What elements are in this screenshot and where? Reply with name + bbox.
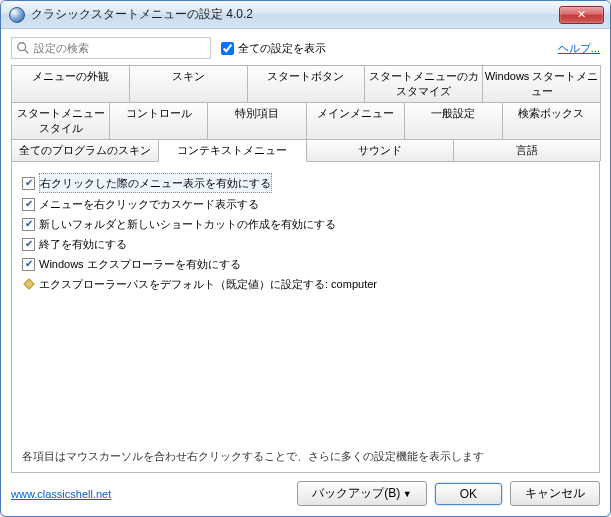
backup-button[interactable]: バックアップ(B) xyxy=(297,481,426,506)
checkbox-icon[interactable]: ✔ xyxy=(22,258,35,271)
help-link[interactable]: ヘルプ... xyxy=(558,41,600,56)
tab-customize[interactable]: スタートメニューのカスタマイズ xyxy=(364,65,483,102)
cancel-button[interactable]: キャンセル xyxy=(510,481,600,506)
svg-line-1 xyxy=(25,50,29,54)
search-row: 全ての設定を表示 ヘルプ... xyxy=(11,37,600,59)
tab-skin[interactable]: スキン xyxy=(129,65,248,102)
tab-menu-style[interactable]: スタートメニュースタイル xyxy=(11,102,110,139)
checkbox-icon[interactable]: ✔ xyxy=(22,238,35,251)
checkbox-icon[interactable]: ✔ xyxy=(22,198,35,211)
tree-label: エクスプローラーパスをデフォルト（既定値）に設定する: computer xyxy=(39,275,377,293)
show-all-checkbox-input[interactable] xyxy=(221,42,234,55)
tab-start-button[interactable]: スタートボタン xyxy=(247,65,366,102)
tab-sounds[interactable]: サウンド xyxy=(306,139,454,161)
tab-content: ✔ 右クリックした際のメニュー表示を有効にする ✔ メニューを右クリックでカスケ… xyxy=(11,162,600,473)
settings-window: クラシックスタートメニューの設定 4.0.2 ✕ 全ての設定を表示 ヘルプ...… xyxy=(0,0,611,517)
tab-all-program-skins[interactable]: 全てのプログラムのスキン xyxy=(11,139,159,161)
settings-tree: ✔ 右クリックした際のメニュー表示を有効にする ✔ メニューを右クリックでカスケ… xyxy=(22,172,589,294)
search-icon xyxy=(16,41,30,55)
tab-search-box[interactable]: 検索ボックス xyxy=(502,102,601,139)
client-area: 全ての設定を表示 ヘルプ... メニューの外観 スキン スタートボタン スタート… xyxy=(1,29,610,516)
tab-windows-start[interactable]: Windows スタートメニュー xyxy=(482,65,601,102)
close-button[interactable]: ✕ xyxy=(559,6,604,24)
tree-item-rightclick-menu[interactable]: ✔ 右クリックした際のメニュー表示を有効にする xyxy=(22,172,589,194)
tree-item-cascade[interactable]: ✔ メニューを右クリックでカスケード表示する xyxy=(22,194,589,214)
tree-label: メニューを右クリックでカスケード表示する xyxy=(39,195,259,213)
search-input[interactable] xyxy=(34,42,206,54)
tab-general[interactable]: 一般設定 xyxy=(404,102,503,139)
svg-point-0 xyxy=(18,43,26,51)
tab-context-menu[interactable]: コンテキストメニュー xyxy=(158,139,306,162)
tab-controls[interactable]: コントロール xyxy=(109,102,208,139)
footer: www.classicshell.net バックアップ(B) OK キャンセル xyxy=(11,481,600,506)
tree-item-newfolder[interactable]: ✔ 新しいフォルダと新しいショートカットの作成を有効にする xyxy=(22,214,589,234)
tab-row-3: 全てのプログラムのスキン コンテキストメニュー サウンド 言語 xyxy=(11,139,600,162)
app-icon xyxy=(9,7,25,23)
title-bar: クラシックスタートメニューの設定 4.0.2 ✕ xyxy=(1,1,610,29)
checkbox-icon[interactable]: ✔ xyxy=(22,218,35,231)
tree-label: 終了を有効にする xyxy=(39,235,127,253)
tree-label: 新しいフォルダと新しいショートカットの作成を有効にする xyxy=(39,215,336,233)
hint-text: 各項目はマウスカーソルを合わせ右クリックすることで、さらに多くの設定機能を表示し… xyxy=(22,449,589,464)
diamond-icon xyxy=(22,278,35,291)
show-all-label: 全ての設定を表示 xyxy=(238,41,326,56)
tab-row-2: スタートメニュースタイル コントロール 特別項目 メインメニュー 一般設定 検索… xyxy=(11,102,600,140)
tab-special[interactable]: 特別項目 xyxy=(207,102,306,139)
tab-menu-look[interactable]: メニューの外観 xyxy=(11,65,130,102)
checkbox-icon[interactable]: ✔ xyxy=(22,177,35,190)
tree-item-exit[interactable]: ✔ 終了を有効にする xyxy=(22,234,589,254)
show-all-checkbox[interactable]: 全ての設定を表示 xyxy=(221,41,326,56)
tree-item-explorer-path[interactable]: エクスプローラーパスをデフォルト（既定値）に設定する: computer xyxy=(22,274,589,294)
tab-row-1: メニューの外観 スキン スタートボタン スタートメニューのカスタマイズ Wind… xyxy=(11,65,600,103)
ok-button[interactable]: OK xyxy=(435,483,502,505)
website-link[interactable]: www.classicshell.net xyxy=(11,488,111,500)
window-title: クラシックスタートメニューの設定 4.0.2 xyxy=(31,6,559,23)
tree-item-explorer[interactable]: ✔ Windows エクスプローラーを有効にする xyxy=(22,254,589,274)
tab-main-menu[interactable]: メインメニュー xyxy=(306,102,405,139)
search-box[interactable] xyxy=(11,37,211,59)
tab-language[interactable]: 言語 xyxy=(453,139,601,161)
tree-label: 右クリックした際のメニュー表示を有効にする xyxy=(39,173,272,193)
tree-label: Windows エクスプローラーを有効にする xyxy=(39,255,241,273)
